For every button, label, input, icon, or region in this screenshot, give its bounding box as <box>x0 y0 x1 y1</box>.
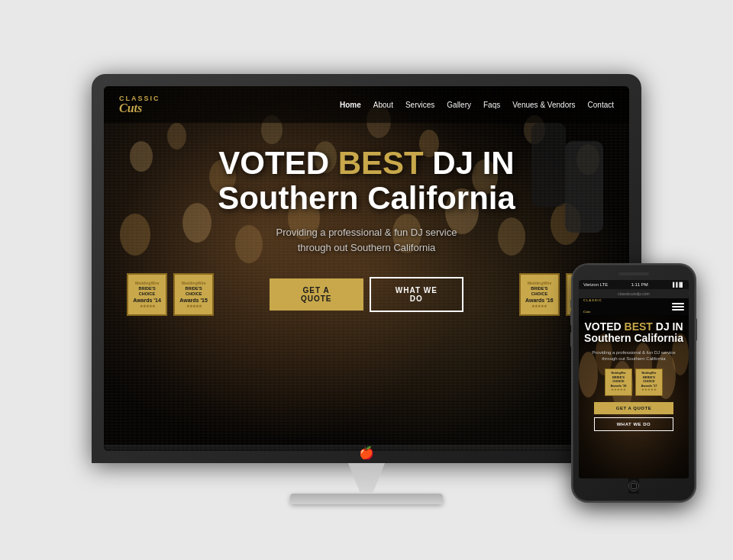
monitor-base <box>290 494 443 504</box>
phone-website: CLASSIC Cuts <box>579 298 689 478</box>
phone-power-button <box>695 318 697 341</box>
award-badge-16: WeddingWire BRIDE'S CHOICE Awards '16 ★★… <box>519 273 560 316</box>
phone-nav: CLASSIC Cuts <box>579 298 689 315</box>
nav-gallery[interactable]: Gallery <box>447 101 471 109</box>
phone-socal: Southern California <box>584 332 683 344</box>
nav-links: Home About Services Gallery Faqs Venues … <box>340 101 614 109</box>
phone-hero-title: VOTED BEST DJ IN Southern California <box>584 321 683 345</box>
phone-battery: ▐▐▐▌ <box>671 282 684 287</box>
phone-get-quote-button[interactable]: GET A QUOTE <box>594 402 673 414</box>
desktop-monitor: CLASSIC Cuts Home About Services Gallery… <box>92 74 641 547</box>
hero-title-line2: Southern California <box>218 180 515 216</box>
phone-screen: Verizon LTE 1:11 PM ▐▐▐▌ classiccutsdjs.… <box>579 280 689 478</box>
phone-djin: DJ IN <box>653 320 683 333</box>
phone-home-button[interactable] <box>628 481 639 491</box>
award-badge-14: WeddingWire BRIDE'S CHOICE Awards '14 ★★… <box>127 273 167 316</box>
phone-volume-down-button <box>570 332 573 347</box>
phone-awards: WeddingWire BRIDE'S CHOICE Awards '16 ★★… <box>584 369 683 396</box>
hamburger-menu-button[interactable] <box>672 302 684 311</box>
nav-about[interactable]: About <box>373 101 393 109</box>
phone-bottom-bar <box>628 478 639 494</box>
phone-home-button-inner <box>631 483 637 489</box>
hero-content: VOTED BEST DJ IN Southern California Pro… <box>104 123 629 343</box>
nav-faqs[interactable]: Faqs <box>483 101 500 109</box>
hamburger-line-3 <box>672 309 684 311</box>
logo-cuts-text: Cuts <box>119 102 160 114</box>
hamburger-line-2 <box>672 306 684 307</box>
phone-silent-switch <box>570 299 573 308</box>
hero-title-djin: DJ IN <box>424 145 515 181</box>
nav-home[interactable]: Home <box>340 101 361 109</box>
phone-hero: VOTED BEST DJ IN Southern California Pro… <box>579 315 689 478</box>
phone-award-17: WeddingWire BRIDE'S CHOICE Awards '17 ★★… <box>635 369 663 396</box>
phone-best: BEST <box>625 320 653 333</box>
phone-what-we-do-button[interactable]: WHAT WE DO <box>594 417 673 431</box>
nav-contact[interactable]: Contact <box>588 101 614 109</box>
phone-logo-classic: CLASSIC <box>583 298 602 302</box>
monitor-bezel: CLASSIC Cuts Home About Services Gallery… <box>92 74 641 463</box>
nav-services[interactable]: Services <box>405 101 434 109</box>
phone-carrier: Verizon LTE <box>583 282 608 287</box>
monitor-neck <box>336 463 397 494</box>
phone-logo-container: CLASSIC Cuts <box>583 298 602 316</box>
awards-row: WeddingWire BRIDE'S CHOICE Awards '14 ★★… <box>127 273 606 316</box>
get-quote-button[interactable]: GET A QUOTE <box>270 278 363 311</box>
phone-cta-buttons: GET A QUOTE WHAT WE DO <box>584 402 683 431</box>
scene: CLASSIC Cuts Home About Services Gallery… <box>23 13 710 547</box>
hero-title: VOTED BEST DJ IN Southern California <box>127 146 606 216</box>
phone-time: 1:11 PM <box>631 282 647 287</box>
website-desktop: CLASSIC Cuts Home About Services Gallery… <box>104 86 629 451</box>
phone-body: Verizon LTE 1:11 PM ▐▐▐▌ classiccutsdjs.… <box>573 265 695 501</box>
phone-volume-up-button <box>570 311 573 326</box>
monitor-screen: CLASSIC Cuts Home About Services Gallery… <box>104 86 629 451</box>
phone-status-bar: Verizon LTE 1:11 PM ▐▐▐▌ <box>579 280 689 289</box>
award-badge-15: WeddingWire BRIDE'S CHOICE Awards '15 ★★… <box>173 273 214 316</box>
hero-title-voted: VOTED <box>218 145 337 181</box>
hero-title-best: BEST <box>338 145 424 181</box>
nav-venues[interactable]: Venues & Vendors <box>512 101 575 109</box>
phone-logo-cuts: Cuts <box>583 310 590 314</box>
mobile-phone: Verizon LTE 1:11 PM ▐▐▐▌ classiccutsdjs.… <box>573 265 695 501</box>
phone-speaker <box>618 272 649 275</box>
phone-hero-sub: Providing a professional & fun DJ servic… <box>584 349 683 362</box>
phone-award-16: WeddingWire BRIDE'S CHOICE Awards '16 ★★… <box>605 369 632 396</box>
hamburger-line-1 <box>672 303 684 304</box>
phone-hero-content: VOTED BEST DJ IN Southern California Pro… <box>584 321 683 431</box>
logo: CLASSIC Cuts <box>119 95 160 114</box>
phone-url-bar: classiccutsdjs.com <box>579 289 689 298</box>
website-nav: CLASSIC Cuts Home About Services Gallery… <box>104 86 629 123</box>
phone-voted: VOTED <box>584 320 624 333</box>
phone-url-text: classiccutsdjs.com <box>618 291 649 296</box>
hero-subtitle: Providing a professional & fun DJ servic… <box>127 225 606 255</box>
what-we-do-button[interactable]: WHAT WE DO <box>370 277 464 312</box>
